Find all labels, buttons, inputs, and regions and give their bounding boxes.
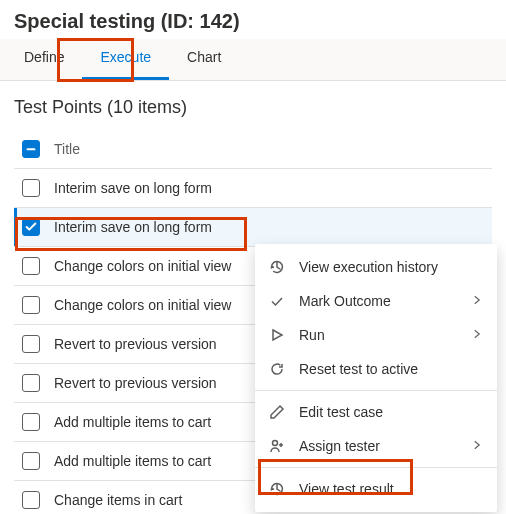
edit-icon <box>269 404 285 420</box>
row-checkbox[interactable] <box>22 296 40 314</box>
menu-item-reset-test-to-active[interactable]: Reset test to active <box>255 352 497 386</box>
column-header-title[interactable]: Title <box>54 141 80 157</box>
row-checkbox[interactable] <box>22 374 40 392</box>
select-all-checkbox[interactable] <box>22 140 40 158</box>
chevron-right-icon <box>471 438 483 454</box>
menu-divider <box>255 390 497 391</box>
svg-rect-0 <box>27 148 36 150</box>
row-checkbox[interactable] <box>22 257 40 275</box>
row-checkbox[interactable] <box>22 413 40 431</box>
menu-item-edit-test-case[interactable]: Edit test case <box>255 395 497 429</box>
chevron-right-icon <box>471 293 483 309</box>
history-icon <box>269 481 285 497</box>
menu-item-mark-outcome[interactable]: Mark Outcome <box>255 284 497 318</box>
tab-execute[interactable]: Execute <box>82 39 169 80</box>
row-title: Change items in cart <box>54 492 182 508</box>
row-checkbox[interactable] <box>22 335 40 353</box>
list-header: Title <box>14 134 492 169</box>
history-icon <box>269 259 285 275</box>
menu-item-label: Assign tester <box>299 438 457 454</box>
menu-divider <box>255 467 497 468</box>
tab-chart[interactable]: Chart <box>169 39 239 80</box>
row-title: Change colors on initial view <box>54 258 231 274</box>
menu-item-view-execution-history[interactable]: View execution history <box>255 250 497 284</box>
row-checkbox[interactable] <box>22 491 40 509</box>
menu-item-view-test-result[interactable]: View test result <box>255 472 497 506</box>
menu-item-assign-tester[interactable]: Assign tester <box>255 429 497 463</box>
row-checkbox[interactable] <box>22 179 40 197</box>
chevron-right-icon <box>471 327 483 343</box>
reset-icon <box>269 361 285 377</box>
play-icon <box>269 327 285 343</box>
row-title: Revert to previous version <box>54 336 217 352</box>
menu-item-label: View test result <box>299 481 483 497</box>
row-checkbox[interactable] <box>22 452 40 470</box>
selection-marker <box>14 208 17 246</box>
tab-bar: Define Execute Chart <box>0 39 506 81</box>
row-title: Revert to previous version <box>54 375 217 391</box>
menu-item-label: View execution history <box>299 259 483 275</box>
row-title: Change colors on initial view <box>54 297 231 313</box>
menu-item-label: Run <box>299 327 457 343</box>
page-title: Special testing (ID: 142) <box>0 0 506 39</box>
menu-item-label: Reset test to active <box>299 361 483 377</box>
menu-item-run[interactable]: Run <box>255 318 497 352</box>
check-icon <box>269 293 285 309</box>
row-title: Add multiple items to cart <box>54 453 211 469</box>
svg-point-1 <box>273 441 278 446</box>
row-checkbox[interactable] <box>22 218 40 236</box>
context-menu: View execution historyMark OutcomeRunRes… <box>255 244 497 512</box>
assign-icon <box>269 438 285 454</box>
row-title: Add multiple items to cart <box>54 414 211 430</box>
menu-item-label: Edit test case <box>299 404 483 420</box>
tab-define[interactable]: Define <box>6 39 82 80</box>
row-title: Interim save on long form <box>54 180 212 196</box>
table-row[interactable]: Interim save on long form <box>14 169 492 208</box>
row-title: Interim save on long form <box>54 219 212 235</box>
menu-item-label: Mark Outcome <box>299 293 457 309</box>
table-row[interactable]: Interim save on long form <box>14 208 492 247</box>
list-title: Test Points (10 items) <box>14 97 492 118</box>
